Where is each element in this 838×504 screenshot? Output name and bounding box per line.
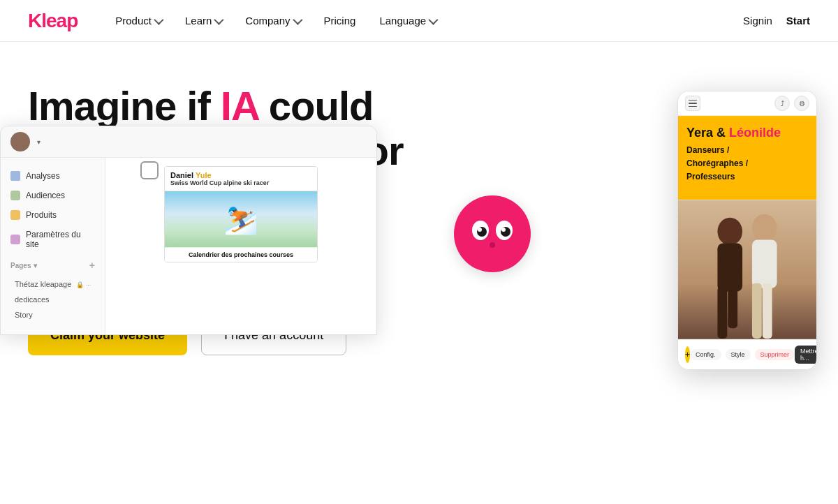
sidebar-item-parametres[interactable]: Paramètres du site [1,225,105,254]
sidebar-item-analyses[interactable]: Analyses [1,166,105,186]
mobile-topbar-icons: ⤴ ⚙ [774,96,809,111]
config-button[interactable]: Config. [690,349,721,360]
dashboard-topbar: ▾ [1,126,376,158]
sidebar-item-produits[interactable]: Produits [1,205,105,225]
svg-rect-15 [763,283,772,339]
svg-rect-11 [728,287,737,328]
svg-rect-9 [717,243,742,291]
analyses-icon [10,171,20,181]
phone-icon [140,161,159,179]
page-item-story[interactable]: Story [1,307,105,323]
page-item-thetaz[interactable]: Thétaz kleapage 🔒 ··· [1,276,105,292]
inner-preview-footer: Calendrier des prochaines courses [165,247,317,262]
supprimer-button[interactable]: Supprimer [755,349,795,360]
mobile-card-content: Yera & Léonilde Danseurs / Chorégraphes … [678,116,816,200]
nav-item-language[interactable]: Language [369,9,446,32]
parametres-icon [10,235,20,244]
svg-rect-14 [752,283,762,339]
inner-preview-header: Daniel Yule Swiss World Cup alpine ski r… [165,167,317,191]
add-button[interactable]: + [685,346,690,363]
menu-line [689,103,697,103]
svg-rect-13 [752,239,777,288]
chevron-down-icon [293,15,302,24]
sidebar-item-audiences[interactable]: Audiences [1,186,105,205]
inner-website-preview: Daniel Yule Swiss World Cup alpine ski r… [164,166,318,262]
page-item-dedicaces[interactable]: dedicaces [1,292,105,307]
ski-image: ⛷️ [165,191,317,247]
nav-right: Signin Start [743,15,810,27]
svg-point-6 [490,242,495,248]
inner-preview-image: ⛷️ [165,191,317,247]
mettre-button[interactable]: Mettre h... [795,346,817,364]
dashboard-screenshot: ▾ Analyses Audiences Produits [0,126,377,335]
chevron-down-icon [154,15,163,24]
svg-rect-10 [717,287,727,339]
nav-item-pricing[interactable]: Pricing [314,9,366,32]
start-button[interactable]: Start [786,15,810,27]
menu-icon [685,96,700,111]
nav-item-company[interactable]: Company [235,9,309,32]
mobile-names: Yera & Léonilde [686,126,808,141]
edit-actions: Config. Style Supprimer [690,349,795,360]
produits-icon [10,210,20,220]
svg-rect-7 [678,200,816,339]
mobile-card-topbar: ⤴ ⚙ [678,91,816,116]
audiences-icon [10,191,20,200]
avatar [10,132,30,151]
mobile-bottom-bar: + Config. Style Supprimer Mettre h... [678,339,816,369]
nav-links: Product Learn Company Pricing Language [105,9,743,32]
mobile-card-photo [678,200,816,339]
chevron-down-icon [428,15,438,24]
menu-line [689,106,697,107]
pages-section-label: Pages ▾ + [1,254,105,276]
emoji-mascot [454,195,531,272]
mobile-preview-card: ⤴ ⚙ Yera & Léonilde Danseurs / Chorégrap… [677,91,817,370]
settings-icon[interactable]: ⚙ [794,96,809,111]
style-button[interactable]: Style [726,349,751,360]
dashboard-sidebar: Analyses Audiences Produits Paramètres d… [1,158,105,335]
svg-point-8 [717,218,742,246]
chevron-down-icon: ▾ [37,138,41,146]
mobile-roles: Danseurs / Chorégraphes / Professeurs [686,144,808,184]
svg-point-5 [501,228,506,232]
nav-item-learn[interactable]: Learn [175,9,231,32]
signin-button[interactable]: Signin [743,15,772,27]
svg-point-12 [752,214,777,242]
nav-item-product[interactable]: Product [105,9,171,32]
share-icon[interactable]: ⤴ [774,96,790,111]
svg-point-2 [478,228,482,232]
menu-line [689,100,697,101]
dashboard-main: Daniel Yule Swiss World Cup alpine ski r… [105,158,376,335]
chevron-down-icon [214,15,224,24]
navbar: Kleap Product Learn Company Pricing Lang… [0,0,838,42]
logo[interactable]: Kleap [28,10,78,32]
dashboard-body: Analyses Audiences Produits Paramètres d… [1,158,376,335]
add-page-button[interactable]: + [89,260,95,271]
